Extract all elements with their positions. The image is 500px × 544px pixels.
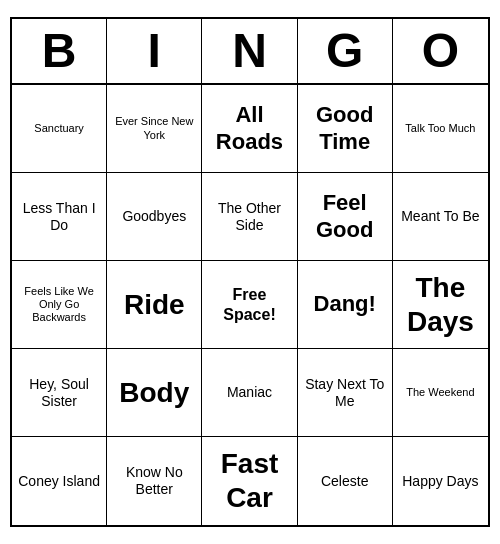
cell-text-2: All Roads bbox=[206, 102, 292, 155]
bingo-cell-5: Less Than I Do bbox=[12, 173, 107, 261]
bingo-cell-24: Happy Days bbox=[393, 437, 488, 525]
bingo-cell-22: Fast Car bbox=[202, 437, 297, 525]
cell-text-23: Celeste bbox=[321, 473, 368, 490]
bingo-grid: SanctuaryEver Since New YorkAll RoadsGoo… bbox=[12, 85, 488, 525]
bingo-cell-12: Free Space! bbox=[202, 261, 297, 349]
cell-text-11: Ride bbox=[124, 288, 185, 322]
cell-text-13: Dang! bbox=[314, 291, 376, 317]
cell-text-3: Good Time bbox=[302, 102, 388, 155]
bingo-card: BINGO SanctuaryEver Since New YorkAll Ro… bbox=[10, 17, 490, 527]
cell-text-1: Ever Since New York bbox=[111, 115, 197, 141]
cell-text-21: Know No Better bbox=[111, 464, 197, 498]
bingo-header: BINGO bbox=[12, 19, 488, 85]
cell-text-6: Goodbyes bbox=[122, 208, 186, 225]
bingo-cell-23: Celeste bbox=[298, 437, 393, 525]
bingo-letter-b: B bbox=[12, 19, 107, 83]
cell-text-20: Coney Island bbox=[18, 473, 100, 490]
cell-text-19: The Weekend bbox=[406, 386, 474, 399]
bingo-letter-i: I bbox=[107, 19, 202, 83]
bingo-cell-18: Stay Next To Me bbox=[298, 349, 393, 437]
bingo-cell-6: Goodbyes bbox=[107, 173, 202, 261]
bingo-cell-3: Good Time bbox=[298, 85, 393, 173]
bingo-cell-19: The Weekend bbox=[393, 349, 488, 437]
cell-text-12: Free Space! bbox=[206, 285, 292, 323]
cell-text-15: Hey, Soul Sister bbox=[16, 376, 102, 410]
cell-text-7: The Other Side bbox=[206, 200, 292, 234]
bingo-cell-2: All Roads bbox=[202, 85, 297, 173]
bingo-letter-n: N bbox=[202, 19, 297, 83]
cell-text-9: Meant To Be bbox=[401, 208, 479, 225]
bingo-cell-14: The Days bbox=[393, 261, 488, 349]
cell-text-4: Talk Too Much bbox=[405, 122, 475, 135]
bingo-cell-21: Know No Better bbox=[107, 437, 202, 525]
cell-text-18: Stay Next To Me bbox=[302, 376, 388, 410]
bingo-cell-15: Hey, Soul Sister bbox=[12, 349, 107, 437]
bingo-cell-10: Feels Like We Only Go Backwards bbox=[12, 261, 107, 349]
cell-text-22: Fast Car bbox=[206, 447, 292, 514]
cell-text-17: Maniac bbox=[227, 384, 272, 401]
cell-text-0: Sanctuary bbox=[34, 122, 84, 135]
bingo-letter-g: G bbox=[298, 19, 393, 83]
bingo-cell-8: Feel Good bbox=[298, 173, 393, 261]
cell-text-8: Feel Good bbox=[302, 190, 388, 243]
bingo-cell-7: The Other Side bbox=[202, 173, 297, 261]
bingo-cell-9: Meant To Be bbox=[393, 173, 488, 261]
bingo-cell-17: Maniac bbox=[202, 349, 297, 437]
cell-text-5: Less Than I Do bbox=[16, 200, 102, 234]
bingo-cell-16: Body bbox=[107, 349, 202, 437]
cell-text-24: Happy Days bbox=[402, 473, 478, 490]
cell-text-14: The Days bbox=[397, 271, 484, 338]
bingo-cell-11: Ride bbox=[107, 261, 202, 349]
bingo-cell-1: Ever Since New York bbox=[107, 85, 202, 173]
bingo-letter-o: O bbox=[393, 19, 488, 83]
bingo-cell-20: Coney Island bbox=[12, 437, 107, 525]
bingo-cell-0: Sanctuary bbox=[12, 85, 107, 173]
bingo-cell-13: Dang! bbox=[298, 261, 393, 349]
bingo-cell-4: Talk Too Much bbox=[393, 85, 488, 173]
cell-text-16: Body bbox=[119, 376, 189, 410]
cell-text-10: Feels Like We Only Go Backwards bbox=[16, 285, 102, 325]
